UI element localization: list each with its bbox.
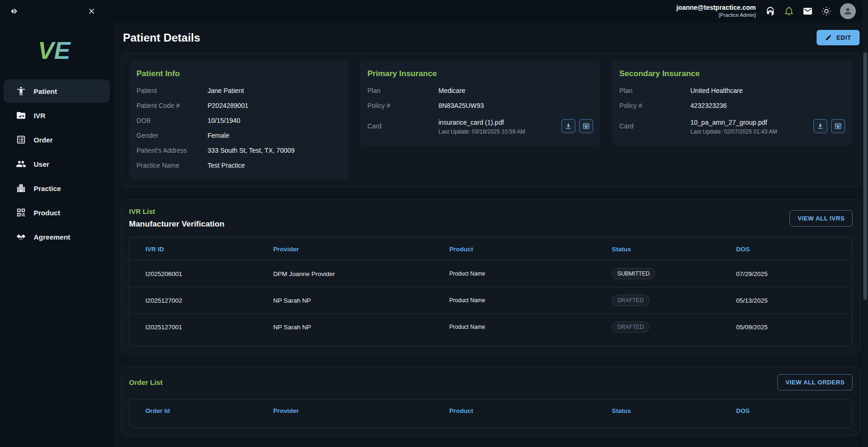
field-value: 10/15/1940 [208,117,240,124]
user-email: joanne@testpractice.com [676,4,756,12]
scrollbar-thumb[interactable] [863,52,867,300]
card-file-name: insurance_card (1).pdf [438,119,525,126]
sidebar-collapse-icon[interactable] [10,7,19,15]
field-value: Medicare [438,87,466,94]
notifications-bell-icon[interactable] [784,6,794,16]
sidebar-item-label: User [34,160,49,168]
vertical-scrollbar[interactable] [863,0,868,447]
view-all-orders-button[interactable]: VIEW ALL ORDERS [777,374,853,390]
column-header: Provider [273,407,449,414]
ivr-folder-icon [16,110,26,121]
sidebar-item-label: Patient [34,87,57,95]
field-label: Patient Code # [136,102,208,109]
field-label: Gender [136,132,208,139]
info-row: Gender Female [136,128,341,143]
secondary-insurance-card: Secondary Insurance Plan United Healthca… [612,61,853,145]
close-icon[interactable] [87,7,96,15]
sidebar-header [0,7,114,15]
card-last-update: Last Update: 03/18/2025 10:59 AM [438,128,525,135]
info-row: Plan United Healthcare [619,83,845,98]
info-row: Practice Name Test Practice [136,158,341,173]
view-all-ivrs-button[interactable]: VIEW ALL IVRS [789,210,853,227]
order-list-section: Order List VIEW ALL ORDERS Order Id Prov… [121,366,861,436]
cell-provider: NP Sarah NP [273,324,449,331]
sidebar-item-label: Practice [34,184,61,192]
field-value: United Healthcare [690,87,743,94]
cell-dos: 05/09/2025 [736,324,836,331]
cell-product: Product Name [449,297,611,304]
table-row[interactable]: I2025127002 NP Sarah NP Product Name DRA… [129,287,852,313]
svg-text:VE: VE [38,37,71,64]
info-row: DOB 10/15/1940 [136,113,341,128]
table-row[interactable]: I2025127001 NP Sarah NP Product Name DRA… [129,313,852,340]
section-title: Order List [129,378,163,386]
primary-insurance-card: Primary Insurance Plan Medicare Policy #… [360,61,601,145]
cell-ivr-id: I2025127002 [145,297,273,304]
insurance-card-row: Card insurance_card (1).pdf Last Update:… [367,113,593,139]
user-role: [Practice Admin] [676,12,756,19]
column-header: Status [612,246,736,253]
field-label: Policy # [619,102,690,109]
support-agent-icon[interactable] [765,6,775,16]
sidebar-item-practice[interactable]: Practice [4,177,110,200]
edit-button[interactable]: EDIT [817,30,860,45]
field-label: Practice Name [136,162,208,169]
topbar: joanne@testpractice.com [Practice Admin] [0,0,868,22]
brightness-icon[interactable] [821,6,832,16]
preview-eye-icon [582,122,590,130]
card-last-update: Last Update: 02/07/2025 01:43 AM [690,128,777,135]
sidebar-item-agreement[interactable]: Agreement [4,225,110,248]
section-title: IVR List [129,207,224,215]
main-content: Patient Details EDIT Patient Info Patien… [114,22,868,447]
info-row: Patient's Address 333 South St, Test, TX… [136,143,341,158]
table-row[interactable]: I2025206001 DPM Joanne Provider Product … [129,260,852,287]
download-icon [817,122,824,130]
info-row: Policy # 8N83A25UW93 [367,98,593,113]
brand-logo: VE [0,36,114,64]
sidebar-item-ivr[interactable]: IVR [4,104,110,127]
field-value: Female [208,132,230,139]
field-value: Test Practice [208,162,245,169]
field-label: Card [619,122,690,130]
sidebar-item-user[interactable]: User [4,152,110,176]
field-label: Plan [367,87,438,94]
preview-card-button[interactable] [579,119,593,133]
cell-product: Product Name [449,270,611,277]
ivr-table-header: IVR ID Provider Product Status DOS [129,238,852,260]
download-card-button[interactable] [813,119,827,133]
sidebar-nav: Patient IVR Order User [0,79,114,248]
card-file-name: 10_pa_amn_27_group.pdf [690,119,777,126]
field-label: DOB [136,117,208,124]
status-badge: SUBMITTED [612,268,655,279]
mail-icon[interactable] [803,6,813,16]
field-label: Patient [136,87,208,94]
topbar-icons [765,3,868,19]
preview-card-button[interactable] [831,119,845,133]
column-header: Provider [273,246,449,253]
sidebar-item-label: Product [34,209,60,217]
info-row: Plan Medicare [367,83,593,98]
insurance-card-row: Card 10_pa_amn_27_group.pdf Last Update:… [619,113,845,139]
sidebar-item-patient[interactable]: Patient [4,79,110,103]
sidebar-item-order[interactable]: Order [4,128,110,151]
sidebar-item-product[interactable]: Product [4,201,110,224]
sidebar-item-label: Agreement [34,233,70,241]
cell-dos: 05/13/2025 [736,297,836,304]
info-row: Policy # 4232323236 [619,98,845,113]
edit-button-label: EDIT [836,34,851,41]
cell-provider: DPM Joanne Provider [273,270,449,277]
field-label: Plan [619,87,690,94]
avatar[interactable] [840,3,856,19]
cell-ivr-id: I2025127001 [145,324,273,331]
agreement-handshake-icon [16,232,26,242]
column-header: Status [612,407,736,414]
column-header: IVR ID [145,246,273,253]
order-table: Order Id Provider Product Status DOS [129,399,853,428]
patient-details-section: Patient Info Patient Jane Patient Patien… [121,53,861,187]
field-value: Jane Patient [208,87,244,94]
column-header: Product [449,246,611,253]
column-header: Order Id [145,407,273,414]
download-card-button[interactable] [561,119,575,133]
sidebar: VE Patient IVR Order [0,22,114,447]
product-qr-icon [16,207,26,218]
